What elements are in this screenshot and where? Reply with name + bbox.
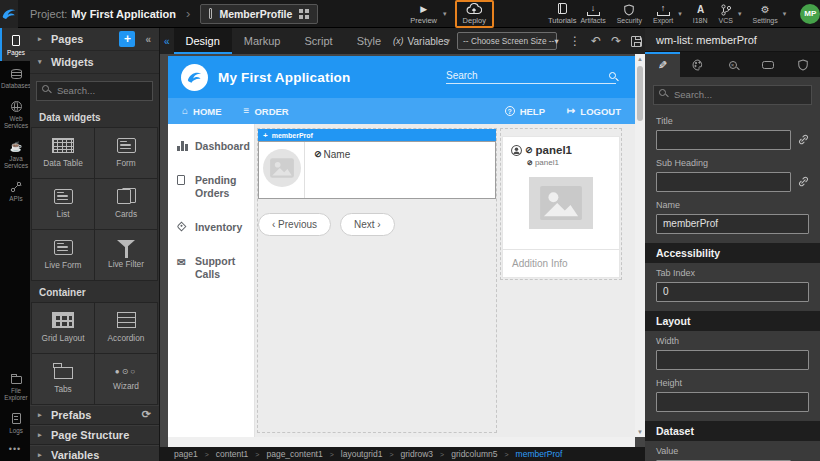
- widget-tile-tabs[interactable]: Tabs: [32, 354, 94, 404]
- section-layout[interactable]: Layout: [645, 311, 820, 331]
- app-search-input[interactable]: [446, 70, 603, 81]
- nav-order[interactable]: ≡ ORDER: [244, 106, 289, 117]
- widget-search-input[interactable]: [36, 81, 153, 101]
- refresh-icon[interactable]: ⟳: [142, 408, 151, 421]
- export-chevron-down-icon[interactable]: ▾: [678, 10, 682, 18]
- widget-tile-form[interactable]: Form: [95, 128, 157, 178]
- height-input[interactable]: [656, 392, 809, 412]
- widgets-section-header[interactable]: ▾ Widgets: [30, 51, 159, 74]
- breadcrumb-item[interactable]: gridrow3: [400, 449, 433, 459]
- list-item-name-field[interactable]: ⊘ Name: [305, 142, 359, 198]
- vcs-chevron-down-icon[interactable]: ▾: [738, 10, 742, 18]
- list-widget-item[interactable]: ⊘ Name: [258, 141, 496, 199]
- widget-tile-accordion[interactable]: Accordion: [95, 303, 157, 353]
- add-page-button[interactable]: +: [119, 31, 135, 47]
- settings-button[interactable]: ⚙ Settings: [752, 4, 777, 24]
- breadcrumb-item-active[interactable]: memberProf: [516, 449, 563, 459]
- widget-tile-data-table[interactable]: Data Table: [32, 128, 94, 178]
- scrollbar-thumb[interactable]: [637, 66, 643, 121]
- page-structure-section-header[interactable]: ▸ Page Structure: [30, 425, 159, 445]
- preview-chevron-down-icon[interactable]: ▾: [443, 10, 447, 18]
- undo-icon[interactable]: ↶: [586, 34, 606, 48]
- widget-tile-grid-layout[interactable]: Grid Layout: [32, 303, 94, 353]
- search-icon[interactable]: [609, 72, 616, 79]
- title-input[interactable]: [656, 130, 791, 150]
- tab-markup[interactable]: Markup: [232, 28, 293, 54]
- sidebar-item-inventory[interactable]: Inventory: [177, 221, 245, 234]
- selected-widget-titlebar[interactable]: + memberProf: [258, 129, 496, 141]
- screen-size-select[interactable]: -- Choose Screen Size -- ▾: [457, 32, 557, 50]
- breadcrumb-item[interactable]: content1: [216, 449, 249, 459]
- tab-security[interactable]: [785, 52, 820, 77]
- bind-link-icon[interactable]: [798, 176, 809, 187]
- widget-tile-live-filter[interactable]: Live Filter: [95, 230, 157, 280]
- wavemaker-logo[interactable]: [0, 0, 18, 28]
- collapse-left-icon[interactable]: «: [160, 36, 174, 47]
- sidebar-item-dashboard[interactable]: Dashboard: [177, 140, 245, 153]
- panel-widget[interactable]: ⊘ panel1 ⊘ panel1 Addition Info: [502, 136, 620, 278]
- widget-tile-cards[interactable]: Cards: [95, 179, 157, 229]
- pages-section-header[interactable]: ▸ Pages + «: [30, 28, 159, 51]
- panel-image-placeholder[interactable]: [529, 177, 593, 229]
- canvas-vertical-scrollbar[interactable]: ▲ ▼: [635, 54, 645, 437]
- tab-styles[interactable]: [680, 52, 715, 77]
- collapse-panel-icon[interactable]: «: [145, 34, 151, 45]
- variables-button[interactable]: (x) Variables ▾: [393, 36, 450, 47]
- variables-section-header[interactable]: ▸ Variables: [30, 445, 159, 461]
- breadcrumb-item[interactable]: gridcolumn5: [451, 449, 497, 459]
- deploy-button[interactable]: Deploy: [455, 0, 494, 28]
- nav-logout[interactable]: ↦ LOGOUT: [567, 106, 621, 117]
- tab-properties[interactable]: ✎: [645, 52, 680, 77]
- rail-more-icon[interactable]: •••: [0, 439, 30, 461]
- name-input[interactable]: [656, 214, 809, 234]
- rail-item-file-explorer[interactable]: File Explorer: [0, 366, 30, 406]
- breadcrumb-item[interactable]: page1: [174, 449, 198, 459]
- tab-script[interactable]: Script: [293, 28, 345, 54]
- tab-inspect[interactable]: ×: [715, 52, 750, 77]
- app-logo[interactable]: [181, 64, 208, 91]
- sidebar-item-pending-orders[interactable]: Pending Orders: [177, 174, 245, 200]
- i18n-button[interactable]: A I18N: [693, 4, 708, 24]
- next-button[interactable]: Next ›: [340, 213, 395, 236]
- subheading-input[interactable]: [656, 172, 791, 192]
- width-input[interactable]: [656, 350, 809, 370]
- page-selector[interactable]: MemberProfile: [200, 4, 318, 24]
- tab-device[interactable]: [750, 52, 785, 77]
- bind-link-icon[interactable]: [798, 134, 809, 145]
- preview-button[interactable]: ▶ Preview: [406, 2, 441, 26]
- sidebar-item-support-calls[interactable]: ✉ Support Calls: [177, 255, 245, 281]
- vcs-button[interactable]: VCS: [719, 4, 733, 24]
- properties-search-input[interactable]: [653, 85, 812, 105]
- move-icon[interactable]: +: [263, 131, 268, 140]
- widget-tile-list[interactable]: List: [32, 179, 94, 229]
- tutorials-button[interactable]: Tutorials: [544, 2, 580, 26]
- more-options-kebab-icon[interactable]: ⋮: [564, 34, 586, 48]
- grid-icon[interactable]: [299, 9, 309, 19]
- rail-item-databases[interactable]: Databases: [0, 61, 30, 94]
- security-button[interactable]: Security: [617, 4, 642, 24]
- scroll-down-icon[interactable]: ▼: [635, 429, 645, 435]
- user-avatar[interactable]: MP: [800, 4, 820, 24]
- canvas-horizontal-scrollbar[interactable]: [168, 437, 635, 447]
- widget-tile-wizard[interactable]: ●⊙○ Wizard: [95, 354, 157, 404]
- export-button[interactable]: ↑ Export: [653, 4, 673, 24]
- redo-icon[interactable]: ↷: [606, 34, 626, 48]
- breadcrumb-item[interactable]: layoutgrid1: [341, 449, 383, 459]
- nav-home[interactable]: ⌂ HOME: [182, 106, 222, 117]
- artifacts-button[interactable]: ↓ Artifacts: [580, 4, 605, 24]
- tab-index-input[interactable]: [656, 282, 809, 302]
- rail-item-web-services[interactable]: Web Services: [0, 94, 30, 134]
- section-accessibility[interactable]: Accessibility: [645, 243, 820, 263]
- widget-tile-live-form[interactable]: Live Form: [32, 230, 94, 280]
- rail-item-logs[interactable]: Logs: [0, 406, 30, 439]
- tab-design[interactable]: Design: [174, 28, 232, 54]
- prefabs-section-header[interactable]: ▸ Prefabs ⟳: [30, 405, 159, 425]
- rail-item-java-services[interactable]: ☕ Java Services: [0, 134, 30, 174]
- rail-item-apis[interactable]: APIs: [0, 174, 30, 207]
- scroll-up-icon[interactable]: ▲: [635, 56, 645, 62]
- nav-help[interactable]: ? HELP: [505, 106, 545, 117]
- section-dataset[interactable]: Dataset: [645, 421, 820, 441]
- breadcrumb-item[interactable]: page_content1: [266, 449, 322, 459]
- panel-header[interactable]: ⊘ panel1: [503, 137, 619, 156]
- previous-button[interactable]: ‹ Previous: [258, 213, 331, 236]
